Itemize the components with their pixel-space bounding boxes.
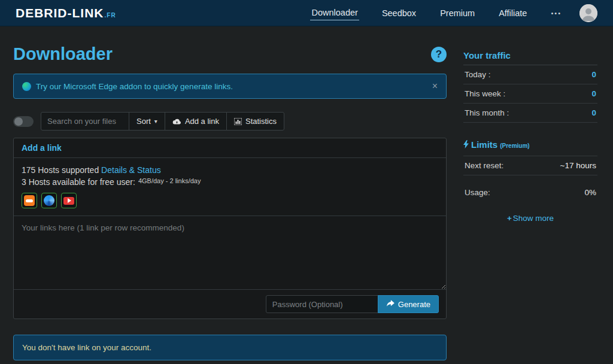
- more-menu-icon[interactable]: •••: [551, 10, 562, 17]
- free-limits-text: 4GB/day - 2 links/day: [138, 177, 201, 184]
- user-icon: [579, 4, 597, 22]
- password-input[interactable]: [266, 295, 378, 313]
- sort-label: Sort: [136, 117, 151, 126]
- details-status-link[interactable]: Details & Status: [101, 165, 161, 175]
- toolbar: Sort ▾ Add a link Statistics: [13, 112, 447, 131]
- nav-item-downloader[interactable]: Downloader: [310, 5, 359, 20]
- add-link-label: Add a link: [185, 117, 219, 126]
- globe-host-icon[interactable]: [41, 193, 57, 208]
- title-row: Downloader ?: [13, 44, 447, 64]
- notice-text: You don't have link on your account.: [22, 343, 151, 352]
- nav-item-seedbox[interactable]: Seedbox: [381, 6, 417, 20]
- limits-title: Limits: [471, 139, 497, 150]
- traffic-value: 0: [591, 108, 596, 117]
- globe-host-glyph: [44, 195, 54, 206]
- logo-text: DEBRID-LINK: [16, 6, 104, 20]
- plus-icon: +: [507, 214, 512, 223]
- limit-row-usage: Usage: 0%: [463, 183, 597, 202]
- traffic-row-month: This month : 0: [463, 104, 597, 123]
- alert-text[interactable]: Try our Microsoft Edge addon to quickly …: [36, 82, 233, 91]
- limits-header: Limits (Premium): [463, 139, 597, 150]
- traffic-label: Today :: [465, 70, 491, 79]
- question-icon: ?: [436, 48, 442, 60]
- caret-down-icon: ▾: [154, 118, 157, 125]
- limit-value: ~17 hours: [560, 161, 596, 170]
- generate-arrow-icon: [386, 300, 394, 309]
- navbar: DEBRID-LINK.FR Downloader Seedbox Premiu…: [0, 0, 613, 26]
- main-column: Downloader ? Try our Microsoft Edge addo…: [13, 44, 447, 360]
- orange-host-icon[interactable]: [22, 193, 37, 208]
- hosts-info: 175 Hosts supported Details & Status 3 H…: [14, 158, 446, 216]
- help-button[interactable]: ?: [431, 47, 447, 62]
- avatar[interactable]: [579, 4, 597, 22]
- limits-premium-badge: (Premium): [500, 142, 529, 149]
- sort-button[interactable]: Sort ▾: [129, 112, 165, 131]
- logo[interactable]: DEBRID-LINK.FR: [16, 6, 116, 20]
- traffic-label: This month :: [465, 108, 509, 117]
- edge-browser-icon: [22, 82, 31, 91]
- traffic-value: 0: [591, 70, 596, 79]
- traffic-row-week: This week : 0: [463, 84, 597, 104]
- limit-label: Usage:: [465, 188, 490, 197]
- nav-item-premium[interactable]: Premium: [439, 6, 476, 20]
- page-title: Downloader: [13, 44, 113, 64]
- traffic-label: This week :: [465, 89, 505, 98]
- cloud-upload-icon: [172, 118, 181, 125]
- nav-menu: Downloader Seedbox Premium Affiliate: [310, 5, 528, 20]
- no-links-notice: You don't have link on your account.: [13, 335, 447, 360]
- add-link-panel: Add a link 175 Hosts supported Details &…: [13, 138, 447, 319]
- free-hosts-text: 3 Hosts available for free user:: [22, 177, 135, 187]
- panel-title: Add a link: [14, 138, 446, 158]
- statistics-label: Statistics: [245, 117, 277, 126]
- sidebar: Your traffic Today : 0 This week : 0 Thi…: [463, 44, 597, 360]
- traffic-row-today: Today : 0: [463, 65, 597, 84]
- search-input[interactable]: [41, 112, 129, 131]
- generate-label: Generate: [398, 300, 430, 309]
- limit-label: Next reset:: [465, 161, 503, 170]
- youtube-host-icon[interactable]: [61, 193, 77, 208]
- content: Downloader ? Try our Microsoft Edge addo…: [0, 44, 613, 360]
- nav-item-affiliate[interactable]: Affiliate: [497, 6, 528, 20]
- add-link-button[interactable]: Add a link: [165, 112, 227, 131]
- youtube-play-icon: [63, 197, 74, 205]
- host-icons-row: [22, 193, 438, 208]
- traffic-value: 0: [591, 89, 596, 98]
- select-mode-toggle[interactable]: [13, 116, 34, 127]
- orange-host-glyph: [24, 195, 35, 206]
- hosts-supported-text: 175 Hosts supported: [22, 165, 99, 175]
- lightning-bolt-icon: [463, 139, 469, 148]
- generate-button[interactable]: Generate: [378, 295, 439, 313]
- show-more-label: Show more: [513, 214, 554, 223]
- panel-footer: Generate: [14, 289, 446, 318]
- logo-tld: .FR: [105, 12, 116, 19]
- statistics-button[interactable]: Statistics: [226, 112, 284, 131]
- links-textarea[interactable]: [14, 216, 446, 289]
- limits-table: Next reset: ~17 hours Usage: 0%: [463, 156, 597, 202]
- edge-addon-alert: Try our Microsoft Edge addon to quickly …: [13, 74, 447, 99]
- hosts-supported-line: 175 Hosts supported Details & Status: [22, 165, 438, 175]
- bar-chart-icon: [234, 118, 242, 125]
- limit-value: 0%: [584, 188, 596, 197]
- show-more-link[interactable]: +Show more: [463, 214, 597, 223]
- close-icon[interactable]: ×: [432, 81, 438, 91]
- toggle-knob: [14, 117, 23, 126]
- limit-row-next-reset: Next reset: ~17 hours: [463, 156, 597, 175]
- free-hosts-line: 3 Hosts available for free user:4GB/day …: [22, 177, 438, 187]
- toggle-wrap: [13, 112, 41, 131]
- traffic-title: Your traffic: [463, 50, 597, 65]
